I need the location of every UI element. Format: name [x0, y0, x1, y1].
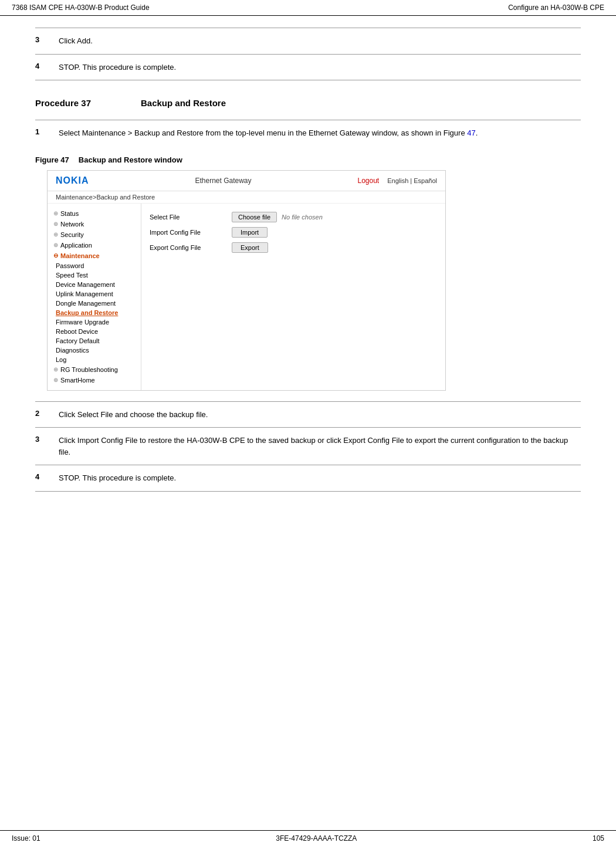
step-4-number: 4 [35, 62, 59, 70]
sidebar-label-rg: RG Troubleshooting [60, 366, 118, 373]
step-3-row: 3 Click Add. [35, 28, 581, 54]
nokia-logo: NOKIA [56, 175, 89, 186]
step-2-row: 2 Click Select File and choose the backu… [35, 401, 581, 428]
step-4b-text: STOP. This procedure is complete. [59, 472, 176, 484]
select-file-row: Select File Choose file No file chosen [150, 212, 437, 222]
step-2-text: Click Select File and choose the backup … [59, 409, 208, 421]
sidebar-sub-reboot[interactable]: Reboot Device [48, 327, 141, 336]
sidebar-sub-uplink-mgmt[interactable]: Uplink Management [48, 289, 141, 299]
step-3b-text: Click Import Config File to restore the … [59, 435, 581, 458]
sidebar-label-smarthome: SmartHome [60, 377, 95, 384]
export-config-label: Export Config File [150, 244, 226, 251]
sidebar-sub-dongle-mgmt[interactable]: Dongle Management [48, 299, 141, 308]
step-3b-number: 3 [35, 435, 59, 444]
footer-right: 105 [593, 834, 604, 842]
figure-heading: Figure 47 Backup and Restore window [35, 155, 581, 164]
footer-center: 3FE-47429-AAAA-TCZZA [276, 834, 357, 842]
sidebar-item-rg[interactable]: RG Troubleshooting [48, 364, 141, 375]
sidebar-item-smarthome[interactable]: SmartHome [48, 375, 141, 385]
step-4-row: 4 STOP. This procedure is complete. [35, 54, 581, 80]
step-4b-row: 4 STOP. This procedure is complete. [35, 465, 581, 491]
step-4b-number: 4 [35, 472, 59, 481]
page-footer: Issue: 01 3FE-47429-AAAA-TCZZA 105 [0, 830, 616, 846]
sidebar-sub-backup-restore[interactable]: Backup and Restore [48, 308, 141, 317]
procedure-heading: Procedure 37 Backup and Restore [35, 98, 581, 108]
step-3-text: Click Add. [59, 35, 93, 47]
gw-topright: Logout English | Español [357, 177, 437, 185]
sidebar-sub-factory[interactable]: Factory Default [48, 336, 141, 346]
sidebar-sub-log[interactable]: Log [48, 355, 141, 364]
file-chooser-group: Choose file No file chosen [232, 212, 323, 222]
step-3b-row: 3 Click Import Config File to restore th… [35, 427, 581, 465]
import-config-row: Import Config File Import [150, 227, 437, 238]
sidebar-label-application: Application [60, 242, 92, 249]
sidebar-label-network: Network [60, 221, 84, 228]
gw-topbar: NOKIA Ethernet Gateway Logout English | … [48, 171, 445, 191]
step-1-row: 1 Select Maintenance > Backup and Restor… [35, 120, 581, 146]
sidebar-item-network[interactable]: Network [48, 219, 141, 229]
gw-body: Status Network Security Application Main… [48, 204, 445, 390]
figure-link[interactable]: 47 [467, 128, 475, 137]
no-file-text: No file chosen [282, 214, 323, 221]
export-button[interactable]: Export [232, 242, 268, 253]
sidebar-item-status[interactable]: Status [48, 208, 141, 219]
gw-main-panel: Select File Choose file No file chosen I… [141, 204, 445, 390]
sidebar-sub-diagnostics[interactable]: Diagnostics [48, 346, 141, 355]
step-3-number: 3 [35, 35, 59, 44]
step-1-text: Select Maintenance > Backup and Restore … [59, 127, 478, 139]
gw-logout-btn[interactable]: Logout [357, 177, 379, 185]
sidebar-item-security[interactable]: Security [48, 229, 141, 240]
sidebar-item-maintenance[interactable]: Maintenance [48, 251, 141, 261]
import-button[interactable]: Import [232, 227, 268, 238]
figure-title: Backup and Restore window [79, 155, 182, 164]
sidebar-label-maintenance: Maintenance [60, 252, 100, 259]
sidebar-sub-firmware[interactable]: Firmware Upgrade [48, 317, 141, 327]
gw-center-title: Ethernet Gateway [195, 177, 251, 185]
sidebar-sub-password[interactable]: Password [48, 261, 141, 270]
export-config-row: Export Config File Export [150, 242, 437, 253]
import-config-label: Import Config File [150, 229, 226, 236]
procedure-title: Backup and Restore [141, 98, 226, 108]
step-4-text: STOP. This procedure is complete. [59, 62, 176, 73]
choose-file-button[interactable]: Choose file [232, 212, 277, 222]
gw-sidebar: Status Network Security Application Main… [48, 204, 141, 390]
procedure-label: Procedure 37 [35, 98, 123, 108]
sidebar-label-security: Security [60, 231, 84, 238]
footer-left: Issue: 01 [12, 834, 40, 842]
main-content: 3 Click Add. 4 STOP. This procedure is c… [0, 16, 616, 515]
header-left: 7368 ISAM CPE HA-030W-B Product Guide [12, 4, 150, 12]
gw-language[interactable]: English | Español [387, 177, 437, 184]
step-2-number: 2 [35, 409, 59, 418]
gw-breadcrumb: Maintenance>Backup and Restore [48, 191, 445, 204]
step-1-number: 1 [35, 127, 59, 136]
sidebar-sub-speedtest[interactable]: Speed Test [48, 270, 141, 280]
page-header: 7368 ISAM CPE HA-030W-B Product Guide Co… [0, 0, 616, 16]
select-file-label: Select File [150, 214, 226, 221]
gateway-ui-figure: NOKIA Ethernet Gateway Logout English | … [47, 170, 446, 391]
sidebar-sub-device-mgmt[interactable]: Device Management [48, 280, 141, 289]
sidebar-item-application[interactable]: Application [48, 240, 141, 251]
header-right: Configure an HA-030W-B CPE [508, 4, 604, 12]
figure-label: Figure 47 [35, 155, 69, 164]
sidebar-label-status: Status [60, 210, 79, 217]
